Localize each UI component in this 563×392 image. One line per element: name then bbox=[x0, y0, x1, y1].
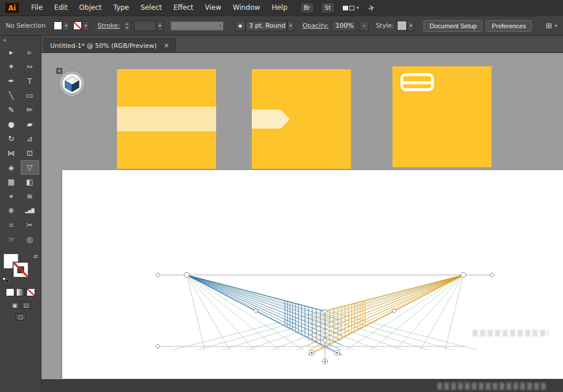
menu-edit[interactable]: Edit bbox=[48, 0, 73, 16]
canvas[interactable]: × bbox=[41, 53, 563, 379]
document-tab[interactable]: Untitled-1* @ 50% (RGB/Preview) × bbox=[44, 38, 176, 52]
eraser-tool[interactable]: ▰ bbox=[21, 117, 39, 131]
opacity-presets-arrow[interactable]: › bbox=[360, 21, 369, 31]
gradient-tool[interactable]: ◧ bbox=[21, 175, 39, 189]
selection-tool[interactable]: ▸ bbox=[2, 45, 21, 59]
style-swatch[interactable] bbox=[397, 21, 407, 31]
chevron-down-icon: ▾ bbox=[357, 5, 359, 10]
stock-button[interactable]: St bbox=[321, 2, 335, 13]
menu-effect[interactable]: Effect bbox=[168, 0, 199, 16]
swap-fill-stroke-icon[interactable]: ⇄ bbox=[33, 254, 38, 259]
opacity-label[interactable]: Opacity: bbox=[303, 22, 328, 29]
blob-brush-tool[interactable]: ● bbox=[2, 117, 21, 131]
fill-swatch[interactable] bbox=[54, 21, 62, 30]
watermark bbox=[473, 330, 549, 337]
mesh-tool[interactable]: ▦ bbox=[2, 175, 21, 189]
brush-definition-dropdown[interactable]: ● 3 pt. Round ▾ bbox=[235, 21, 294, 31]
stroke-swatch-none[interactable] bbox=[73, 21, 82, 30]
menu-type[interactable]: Type bbox=[107, 0, 135, 16]
color-button[interactable] bbox=[6, 288, 14, 296]
chevron-down-icon[interactable]: ▾ bbox=[287, 21, 294, 31]
menu-select[interactable]: Select bbox=[135, 0, 168, 16]
stroke-weight-dropdown[interactable]: ▾ bbox=[134, 21, 164, 31]
preferences-button[interactable]: Preferences bbox=[486, 20, 531, 32]
artboard-tool[interactable]: ⌗ bbox=[2, 218, 21, 232]
chevron-down-icon[interactable]: ▾ bbox=[156, 21, 164, 31]
brush-name[interactable]: 3 pt. Round bbox=[245, 21, 287, 31]
eyedropper-tool[interactable]: ⌖ bbox=[2, 189, 21, 203]
rotate-tool[interactable]: ↻ bbox=[2, 131, 21, 146]
chevron-down-icon[interactable]: ▾ bbox=[82, 21, 89, 31]
menu-window[interactable]: Window bbox=[227, 0, 266, 16]
yellow-swatch-flag[interactable] bbox=[252, 69, 351, 169]
chevron-down-icon[interactable]: ▾ bbox=[62, 21, 70, 31]
rectangle-tool[interactable]: ▭ bbox=[21, 88, 39, 103]
stroke-weight-label[interactable]: Stroke: bbox=[97, 22, 120, 29]
status-bar bbox=[41, 379, 563, 392]
pen-tool[interactable]: ✒ bbox=[2, 74, 21, 88]
close-icon[interactable]: × bbox=[164, 42, 169, 49]
vanishing-point-handle[interactable] bbox=[184, 273, 190, 278]
brush-preview-icon: ● bbox=[235, 21, 245, 31]
menu-help[interactable]: Help bbox=[266, 0, 293, 16]
draw-behind-button[interactable]: ◱ bbox=[21, 301, 31, 309]
draw-normal-button[interactable]: ▣ bbox=[10, 301, 20, 309]
stroke-color-box[interactable] bbox=[13, 262, 28, 277]
width-tool[interactable]: ⋈ bbox=[2, 146, 21, 160]
stripe-shape bbox=[117, 107, 216, 131]
default-fill-stroke-icon[interactable] bbox=[2, 277, 9, 282]
zoom-tool[interactable]: ◎ bbox=[21, 232, 39, 247]
stroke-color-control[interactable]: ▾ bbox=[73, 21, 89, 31]
perspective-grid[interactable] bbox=[62, 170, 563, 379]
opacity-field[interactable]: 100% bbox=[332, 21, 356, 31]
grid-diamond-handle[interactable] bbox=[156, 344, 160, 349]
grid-diamond-handle[interactable] bbox=[323, 309, 327, 314]
document-setup-button[interactable]: Document Setup bbox=[424, 20, 482, 32]
yellow-swatch-card[interactable] bbox=[392, 66, 492, 167]
symbol-sprayer-tool[interactable]: ✵ bbox=[2, 203, 21, 218]
type-tool[interactable]: T bbox=[21, 74, 39, 88]
yellow-swatch-stripe[interactable] bbox=[117, 69, 216, 169]
direct-selection-tool[interactable]: ▹ bbox=[21, 45, 39, 59]
artboard[interactable] bbox=[62, 170, 563, 379]
style-dropdown[interactable]: ▾ bbox=[397, 21, 414, 31]
perspective-grid-tool[interactable]: ▽ bbox=[21, 160, 39, 175]
grid-diamond-handle[interactable] bbox=[323, 338, 327, 343]
arrange-documents-control[interactable]: ⊞ ▾ bbox=[546, 21, 557, 30]
chevron-down-icon[interactable]: ▾ bbox=[407, 21, 414, 31]
collapse-panel-button[interactable]: « bbox=[0, 36, 9, 45]
illustrator-logo: Ai bbox=[5, 2, 20, 14]
bridge-button[interactable]: Br bbox=[300, 2, 314, 13]
gradient-button[interactable] bbox=[16, 288, 25, 296]
color-mode-buttons bbox=[6, 288, 35, 296]
fill-color-control[interactable]: ▾ bbox=[54, 21, 70, 31]
vanishing-point-handle[interactable] bbox=[461, 273, 466, 278]
workspace-switcher[interactable]: ▾ bbox=[343, 5, 359, 10]
chevron-down-icon: ▾ bbox=[219, 23, 221, 28]
none-button[interactable] bbox=[27, 288, 35, 296]
grid-diamond-handle[interactable] bbox=[156, 273, 160, 277]
menu-object[interactable]: Object bbox=[73, 0, 107, 16]
perspective-plane-widget[interactable]: × bbox=[59, 71, 85, 96]
blend-tool[interactable]: ≋ bbox=[21, 189, 39, 203]
scale-tool[interactable]: ⊿ bbox=[21, 131, 39, 146]
slice-tool[interactable]: ✂ bbox=[21, 218, 39, 232]
card-outline-shape bbox=[400, 73, 434, 91]
magic-wand-tool[interactable]: ✶ bbox=[2, 59, 21, 74]
lasso-tool[interactable]: ∾ bbox=[21, 59, 39, 74]
shape-builder-tool[interactable]: ◈ bbox=[2, 160, 21, 175]
hand-tool[interactable]: ☞ bbox=[2, 232, 21, 247]
close-widget-icon[interactable]: × bbox=[56, 68, 62, 74]
pencil-tool[interactable]: ✏ bbox=[21, 103, 39, 117]
menu-file[interactable]: File bbox=[25, 0, 48, 16]
menu-bar: Ai FileEditObjectTypeSelectEffectViewWin… bbox=[0, 0, 563, 16]
line-segment-tool[interactable]: ╲ bbox=[2, 88, 21, 103]
plane-widget-circle[interactable] bbox=[59, 71, 85, 96]
free-transform-tool[interactable]: ⊡ bbox=[21, 146, 39, 160]
screen-mode-button[interactable]: ▢ bbox=[16, 313, 26, 321]
paintbrush-tool[interactable]: ✎ bbox=[2, 103, 21, 117]
grid-diamond-handle[interactable] bbox=[490, 273, 494, 277]
menu-view[interactable]: View bbox=[199, 0, 227, 16]
column-graph-tool[interactable]: ▂▅█ bbox=[21, 203, 39, 218]
stroke-weight-stepper[interactable]: ▴▾ bbox=[123, 21, 131, 31]
